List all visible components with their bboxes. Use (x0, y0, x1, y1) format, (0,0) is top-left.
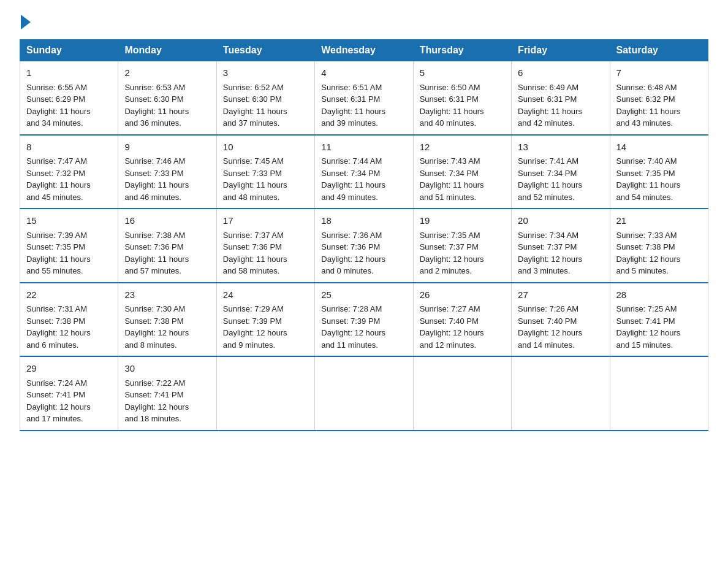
calendar-cell (610, 356, 708, 431)
day-header-friday: Friday (512, 40, 610, 61)
day-number: 20 (518, 214, 603, 228)
calendar-cell: 25Sunrise: 7:28 AMSunset: 7:39 PMDayligh… (315, 283, 413, 357)
calendar-cell: 1Sunrise: 6:55 AMSunset: 6:29 PMDaylight… (20, 61, 118, 135)
calendar-cell (216, 356, 314, 431)
day-info: Sunrise: 7:34 AMSunset: 7:37 PMDaylight:… (518, 229, 603, 277)
calendar-cell: 6Sunrise: 6:49 AMSunset: 6:31 PMDaylight… (512, 61, 610, 135)
day-info: Sunrise: 6:50 AMSunset: 6:31 PMDaylight:… (420, 82, 505, 129)
calendar-cell (315, 356, 413, 431)
logo-triangle-icon (21, 15, 31, 29)
calendar-cell: 26Sunrise: 7:27 AMSunset: 7:40 PMDayligh… (413, 283, 511, 357)
day-info: Sunrise: 6:53 AMSunset: 6:30 PMDaylight:… (124, 82, 210, 129)
day-number: 16 (124, 214, 210, 228)
day-header-wednesday: Wednesday (315, 40, 413, 61)
day-number: 9 (124, 140, 210, 155)
calendar-cell: 3Sunrise: 6:52 AMSunset: 6:30 PMDaylight… (216, 61, 314, 135)
calendar-cell: 4Sunrise: 6:51 AMSunset: 6:31 PMDaylight… (315, 61, 413, 135)
day-info: Sunrise: 7:46 AMSunset: 7:33 PMDaylight:… (124, 155, 210, 203)
day-header-monday: Monday (118, 40, 216, 61)
calendar-cell: 10Sunrise: 7:45 AMSunset: 7:33 PMDayligh… (216, 135, 314, 209)
day-info: Sunrise: 7:40 AMSunset: 7:35 PMDaylight:… (616, 155, 702, 203)
day-info: Sunrise: 6:49 AMSunset: 6:31 PMDaylight:… (518, 82, 603, 129)
calendar-week-row: 1Sunrise: 6:55 AMSunset: 6:29 PMDaylight… (20, 61, 708, 135)
calendar-cell (413, 356, 511, 431)
day-number: 21 (616, 214, 702, 228)
calendar-cell: 5Sunrise: 6:50 AMSunset: 6:31 PMDaylight… (413, 61, 511, 135)
calendar-cell: 2Sunrise: 6:53 AMSunset: 6:30 PMDaylight… (118, 61, 216, 135)
day-info: Sunrise: 7:25 AMSunset: 7:41 PMDaylight:… (616, 303, 702, 351)
day-number: 10 (223, 140, 308, 155)
day-info: Sunrise: 7:30 AMSunset: 7:38 PMDaylight:… (124, 303, 210, 351)
day-info: Sunrise: 7:44 AMSunset: 7:34 PMDaylight:… (321, 155, 406, 203)
day-number: 3 (223, 66, 308, 80)
calendar-cell: 19Sunrise: 7:35 AMSunset: 7:37 PMDayligh… (413, 209, 511, 283)
calendar-cell: 7Sunrise: 6:48 AMSunset: 6:32 PMDaylight… (610, 61, 708, 135)
day-info: Sunrise: 7:36 AMSunset: 7:36 PMDaylight:… (321, 229, 406, 277)
day-header-saturday: Saturday (610, 40, 708, 61)
day-info: Sunrise: 7:24 AMSunset: 7:41 PMDaylight:… (26, 377, 112, 425)
calendar-cell: 9Sunrise: 7:46 AMSunset: 7:33 PMDaylight… (118, 135, 216, 209)
calendar-cell: 16Sunrise: 7:38 AMSunset: 7:36 PMDayligh… (118, 209, 216, 283)
day-number: 28 (616, 288, 702, 302)
day-info: Sunrise: 7:28 AMSunset: 7:39 PMDaylight:… (321, 303, 406, 351)
logo (20, 15, 31, 27)
day-number: 23 (124, 288, 210, 302)
calendar-cell: 23Sunrise: 7:30 AMSunset: 7:38 PMDayligh… (118, 283, 216, 357)
day-number: 19 (420, 214, 505, 228)
day-info: Sunrise: 6:51 AMSunset: 6:31 PMDaylight:… (321, 82, 406, 129)
day-info: Sunrise: 7:33 AMSunset: 7:38 PMDaylight:… (616, 229, 702, 277)
day-number: 5 (420, 66, 505, 80)
day-info: Sunrise: 7:47 AMSunset: 7:32 PMDaylight:… (26, 155, 112, 203)
day-info: Sunrise: 6:52 AMSunset: 6:30 PMDaylight:… (223, 82, 308, 129)
day-info: Sunrise: 7:22 AMSunset: 7:41 PMDaylight:… (124, 377, 210, 425)
calendar-cell: 22Sunrise: 7:31 AMSunset: 7:38 PMDayligh… (20, 283, 118, 357)
day-info: Sunrise: 7:38 AMSunset: 7:36 PMDaylight:… (124, 229, 210, 277)
day-number: 11 (321, 140, 406, 155)
calendar-header-row: SundayMondayTuesdayWednesdayThursdayFrid… (20, 40, 708, 61)
calendar-cell: 15Sunrise: 7:39 AMSunset: 7:35 PMDayligh… (20, 209, 118, 283)
calendar-cell: 8Sunrise: 7:47 AMSunset: 7:32 PMDaylight… (20, 135, 118, 209)
day-number: 4 (321, 66, 406, 80)
day-number: 29 (26, 362, 112, 376)
day-number: 26 (420, 288, 505, 302)
calendar-week-row: 8Sunrise: 7:47 AMSunset: 7:32 PMDaylight… (20, 135, 708, 209)
day-number: 15 (26, 214, 112, 228)
day-number: 22 (26, 288, 112, 302)
calendar-week-row: 22Sunrise: 7:31 AMSunset: 7:38 PMDayligh… (20, 283, 708, 357)
calendar-cell: 17Sunrise: 7:37 AMSunset: 7:36 PMDayligh… (216, 209, 314, 283)
page-header (20, 15, 708, 27)
day-number: 1 (26, 66, 112, 80)
day-number: 13 (518, 140, 603, 155)
day-number: 17 (223, 214, 308, 228)
day-number: 30 (124, 362, 210, 376)
day-info: Sunrise: 7:31 AMSunset: 7:38 PMDaylight:… (26, 303, 112, 351)
day-number: 27 (518, 288, 603, 302)
day-number: 12 (420, 140, 505, 155)
day-number: 24 (223, 288, 308, 302)
day-info: Sunrise: 7:43 AMSunset: 7:34 PMDaylight:… (420, 155, 505, 203)
day-number: 18 (321, 214, 406, 228)
calendar-week-row: 15Sunrise: 7:39 AMSunset: 7:35 PMDayligh… (20, 209, 708, 283)
calendar-table: SundayMondayTuesdayWednesdayThursdayFrid… (20, 39, 708, 431)
calendar-cell: 28Sunrise: 7:25 AMSunset: 7:41 PMDayligh… (610, 283, 708, 357)
day-info: Sunrise: 6:55 AMSunset: 6:29 PMDaylight:… (26, 82, 112, 129)
calendar-cell: 11Sunrise: 7:44 AMSunset: 7:34 PMDayligh… (315, 135, 413, 209)
calendar-cell: 30Sunrise: 7:22 AMSunset: 7:41 PMDayligh… (118, 356, 216, 431)
day-header-thursday: Thursday (413, 40, 511, 61)
calendar-cell: 18Sunrise: 7:36 AMSunset: 7:36 PMDayligh… (315, 209, 413, 283)
day-number: 25 (321, 288, 406, 302)
day-number: 8 (26, 140, 112, 155)
calendar-cell: 13Sunrise: 7:41 AMSunset: 7:34 PMDayligh… (512, 135, 610, 209)
calendar-cell: 24Sunrise: 7:29 AMSunset: 7:39 PMDayligh… (216, 283, 314, 357)
day-info: Sunrise: 7:27 AMSunset: 7:40 PMDaylight:… (420, 303, 505, 351)
day-number: 6 (518, 66, 603, 80)
calendar-cell: 12Sunrise: 7:43 AMSunset: 7:34 PMDayligh… (413, 135, 511, 209)
day-info: Sunrise: 7:29 AMSunset: 7:39 PMDaylight:… (223, 303, 308, 351)
day-header-sunday: Sunday (20, 40, 118, 61)
calendar-cell: 27Sunrise: 7:26 AMSunset: 7:40 PMDayligh… (512, 283, 610, 357)
calendar-cell: 21Sunrise: 7:33 AMSunset: 7:38 PMDayligh… (610, 209, 708, 283)
calendar-cell (512, 356, 610, 431)
day-number: 14 (616, 140, 702, 155)
calendar-cell: 14Sunrise: 7:40 AMSunset: 7:35 PMDayligh… (610, 135, 708, 209)
calendar-week-row: 29Sunrise: 7:24 AMSunset: 7:41 PMDayligh… (20, 356, 708, 431)
